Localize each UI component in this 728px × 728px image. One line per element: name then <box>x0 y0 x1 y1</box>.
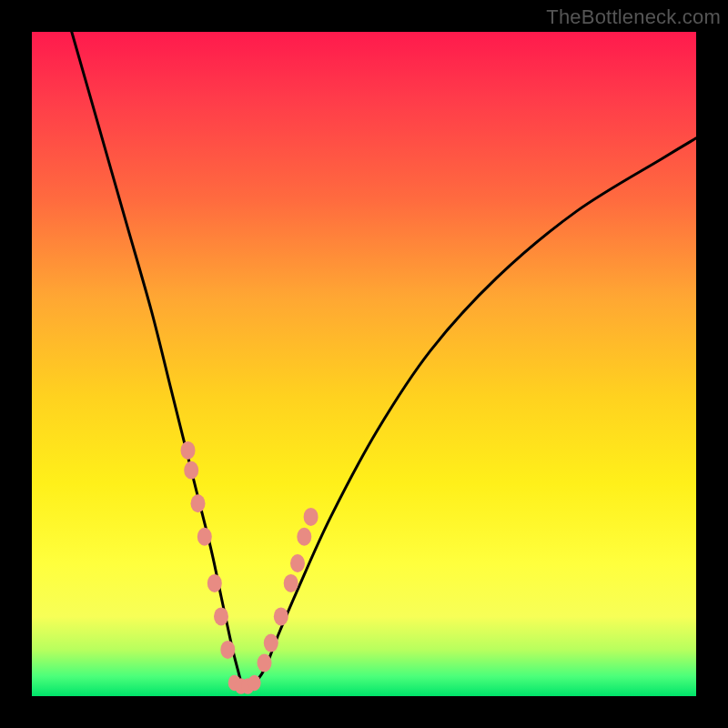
curve-marker <box>297 528 311 546</box>
bottleneck-curve <box>72 32 696 688</box>
curve-marker <box>290 554 305 572</box>
chart-svg <box>32 32 696 696</box>
curve-marker <box>191 494 206 512</box>
curve-marker <box>220 641 235 659</box>
curve-marker <box>248 675 261 692</box>
curve-marker <box>258 654 272 672</box>
curve-marker <box>197 528 212 546</box>
curve-marker <box>181 441 196 460</box>
chart-frame: TheBottleneck.com <box>0 0 728 728</box>
curve-marker <box>274 607 288 625</box>
curve-marker <box>207 574 222 592</box>
curve-marker <box>264 634 278 652</box>
curve-marker <box>214 607 228 625</box>
curve-markers <box>181 441 318 694</box>
curve-marker <box>304 508 318 526</box>
watermark-label: TheBottleneck.com <box>546 5 721 29</box>
chart-plot-area <box>32 32 696 696</box>
curve-marker <box>184 461 198 480</box>
curve-marker <box>284 574 298 592</box>
